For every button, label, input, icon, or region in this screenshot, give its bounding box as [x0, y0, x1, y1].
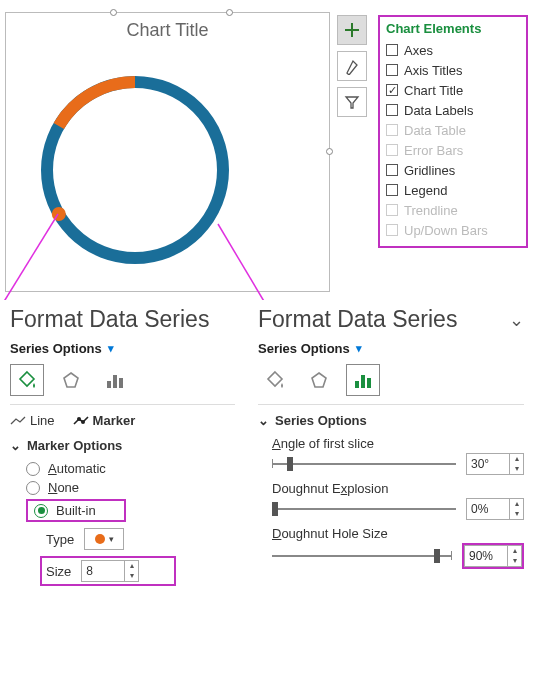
marker-size-field: Size 8 ▴▾ — [40, 556, 176, 586]
chevron-down-icon: ▾ — [356, 342, 362, 355]
line-marker-tabs: Line Marker — [10, 413, 235, 428]
svg-marker-11 — [312, 373, 326, 387]
marker-options-section[interactable]: ⌄ Marker Options — [10, 438, 235, 453]
checkbox-icon — [386, 104, 398, 116]
series-options-tab[interactable] — [346, 364, 380, 396]
svg-rect-13 — [361, 375, 365, 388]
chevron-down-icon[interactable]: ⌄ — [509, 309, 524, 331]
field-label: Type — [46, 532, 74, 547]
tab-marker[interactable]: Marker — [73, 413, 136, 428]
radio-icon — [34, 504, 48, 518]
marker-size-input[interactable]: 8 ▴▾ — [81, 560, 139, 582]
hole-input[interactable]: 90% ▴▾ — [464, 545, 522, 567]
chart-title[interactable]: Chart Title — [0, 20, 335, 41]
marker-type-dropdown[interactable]: ▾ — [84, 528, 124, 550]
svg-point-10 — [81, 420, 85, 424]
chart-filter-button[interactable] — [337, 87, 367, 117]
checkbox-icon: ✓ — [386, 84, 398, 96]
chart-side-toolbar — [337, 15, 367, 117]
flyout-item[interactable]: ✓Chart Title — [386, 80, 520, 100]
hole-label: Doughnut Hole Size — [272, 526, 524, 541]
series-options-dropdown[interactable]: Series Options ▾ — [10, 341, 235, 356]
selection-handle[interactable] — [326, 148, 333, 155]
chart-elements-button[interactable] — [337, 15, 367, 45]
flyout-item[interactable]: Axes — [386, 40, 520, 60]
radio-automatic[interactable]: Automatic — [26, 461, 235, 476]
marker-type-field: Type ▾ — [46, 528, 235, 550]
flyout-item-label: Data Labels — [404, 103, 473, 118]
chart-elements-flyout: Chart Elements AxesAxis Titles✓Chart Tit… — [378, 15, 528, 248]
checkbox-icon — [386, 204, 398, 216]
svg-rect-8 — [119, 378, 123, 388]
chevron-down-icon: ▾ — [109, 534, 114, 544]
flyout-title: Chart Elements — [386, 21, 520, 36]
hole-slider[interactable] — [272, 547, 452, 565]
checkbox-icon — [386, 144, 398, 156]
explosion-input[interactable]: 0% ▴▾ — [466, 498, 524, 520]
flyout-item-label: Gridlines — [404, 163, 455, 178]
spinner-arrows[interactable]: ▴▾ — [124, 561, 138, 581]
svg-point-9 — [77, 417, 81, 421]
svg-rect-7 — [113, 375, 117, 388]
format-pane-series: Format Data Series ⌄ Series Options ▾ ⌄ … — [248, 300, 534, 680]
pane-category-tabs — [258, 364, 524, 396]
chart-styles-button[interactable] — [337, 51, 367, 81]
flyout-item-label: Trendline — [404, 203, 458, 218]
angle-input[interactable]: 30° ▴▾ — [466, 453, 524, 475]
chevron-down-icon: ⌄ — [10, 438, 21, 453]
svg-rect-14 — [367, 378, 371, 388]
svg-marker-5 — [64, 373, 78, 387]
radio-icon — [26, 481, 40, 495]
flyout-item-label: Up/Down Bars — [404, 223, 488, 238]
flyout-item-label: Chart Title — [404, 83, 463, 98]
pane-title: Format Data Series ⌄ — [258, 306, 524, 333]
checkbox-icon — [386, 64, 398, 76]
flyout-item-label: Axes — [404, 43, 433, 58]
checkbox-icon — [386, 184, 398, 196]
flyout-item[interactable]: Gridlines — [386, 160, 520, 180]
pane-category-tabs — [10, 364, 235, 396]
data-point-marker[interactable] — [52, 207, 66, 221]
fill-line-tab[interactable] — [258, 364, 292, 396]
format-pane-marker: Format Data Series Series Options ▾ Line… — [0, 300, 245, 680]
flyout-item: Error Bars — [386, 140, 520, 160]
flyout-item[interactable]: Data Labels — [386, 100, 520, 120]
tab-line[interactable]: Line — [10, 413, 55, 428]
effects-tab[interactable] — [302, 364, 336, 396]
angle-slider[interactable] — [272, 455, 456, 473]
checkbox-icon — [386, 224, 398, 236]
chart-canvas: Chart Title — [0, 0, 335, 300]
chevron-down-icon: ▾ — [108, 342, 114, 355]
flyout-item[interactable]: Legend — [386, 180, 520, 200]
checkbox-icon — [386, 124, 398, 136]
flyout-item-label: Data Table — [404, 123, 466, 138]
checkbox-icon — [386, 164, 398, 176]
series-options-section[interactable]: ⌄ Series Options — [258, 413, 524, 428]
flyout-item-label: Axis Titles — [404, 63, 463, 78]
svg-rect-12 — [355, 381, 359, 388]
fill-line-tab[interactable] — [10, 364, 44, 396]
explosion-label: Doughnut Explosion — [272, 481, 524, 496]
flyout-item-label: Error Bars — [404, 143, 463, 158]
circle-marker-icon — [95, 534, 105, 544]
radio-none[interactable]: None — [26, 480, 235, 495]
series-options-dropdown[interactable]: Series Options ▾ — [258, 341, 524, 356]
selection-handle[interactable] — [226, 9, 233, 16]
flyout-item[interactable]: Axis Titles — [386, 60, 520, 80]
flyout-item: Up/Down Bars — [386, 220, 520, 240]
flyout-item: Trendline — [386, 200, 520, 220]
pane-title: Format Data Series — [10, 306, 235, 333]
angle-label: Angle of first slice — [272, 436, 524, 451]
effects-tab[interactable] — [54, 364, 88, 396]
checkbox-icon — [386, 44, 398, 56]
svg-rect-6 — [107, 381, 111, 388]
doughnut-chart[interactable] — [35, 70, 235, 270]
radio-builtin[interactable]: Built-in — [26, 499, 126, 522]
chevron-down-icon: ⌄ — [258, 413, 269, 428]
selection-handle[interactable] — [110, 9, 117, 16]
field-label: Size — [46, 564, 71, 579]
flyout-item: Data Table — [386, 120, 520, 140]
radio-icon — [26, 462, 40, 476]
series-options-tab[interactable] — [98, 364, 132, 396]
explosion-slider[interactable] — [272, 500, 456, 518]
